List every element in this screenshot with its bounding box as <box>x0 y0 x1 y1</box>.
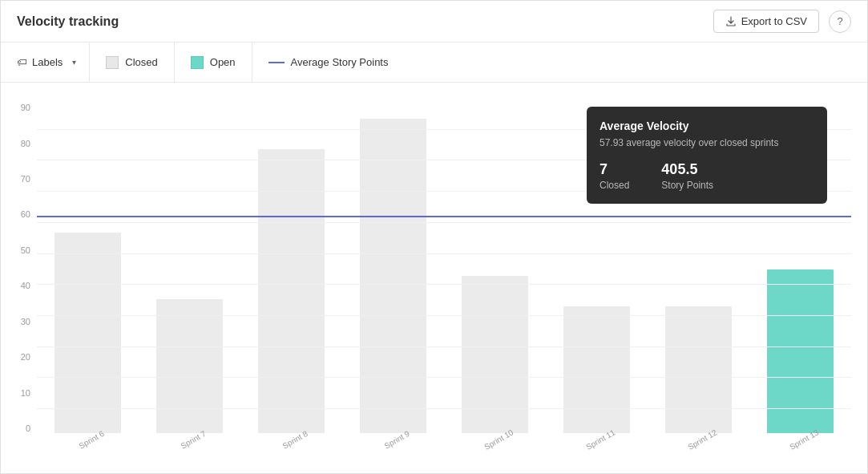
bar-group <box>240 99 342 433</box>
app-container: Velocity tracking Export to CSV ? 🏷 Labe… <box>0 0 868 474</box>
y-label-20: 20 <box>9 352 37 362</box>
bar[interactable] <box>767 269 834 433</box>
chart-inner: Average Velocity 57.93 average velocity … <box>37 99 851 457</box>
avg-line-swatch <box>268 62 285 63</box>
y-label-70: 70 <box>9 174 37 184</box>
help-button[interactable]: ? <box>829 10 851 33</box>
bar[interactable] <box>156 299 223 433</box>
velocity-tooltip: Average Velocity 57.93 average velocity … <box>587 107 827 204</box>
tag-icon: 🏷 <box>17 56 27 68</box>
closed-swatch <box>106 56 119 69</box>
tooltip-title: Average Velocity <box>600 120 814 132</box>
legend-closed: Closed <box>90 43 174 82</box>
tooltip-stat-points: 405.5 Story Points <box>661 161 713 191</box>
legend-avg: Average Story Points <box>252 43 405 82</box>
header-actions: Export to CSV ? <box>713 10 851 33</box>
tooltip-stat-closed: 7 Closed <box>600 161 629 191</box>
y-label-10: 10 <box>9 388 37 398</box>
page-title: Velocity tracking <box>17 14 119 29</box>
open-swatch <box>191 56 204 69</box>
x-axis: Sprint 6Sprint 7Sprint 8Sprint 9Sprint 1… <box>37 433 851 457</box>
legend-open: Open <box>175 43 252 82</box>
y-label-50: 50 <box>9 245 37 255</box>
bar[interactable] <box>55 233 121 433</box>
bar[interactable] <box>462 276 528 433</box>
bar[interactable] <box>360 119 426 433</box>
tooltip-closed-label: Closed <box>600 180 629 191</box>
bar[interactable] <box>665 306 732 433</box>
y-label-0: 0 <box>9 423 37 433</box>
bar-group <box>37 99 139 433</box>
tooltip-points-label: Story Points <box>661 180 713 191</box>
bar[interactable] <box>258 149 325 433</box>
y-label-40: 40 <box>9 281 37 290</box>
question-icon: ? <box>837 15 842 27</box>
tooltip-stats: 7 Closed 405.5 Story Points <box>600 161 814 191</box>
bar[interactable] <box>563 306 630 433</box>
labels-dropdown[interactable]: 🏷 Labels ▾ <box>17 43 90 82</box>
bar-group <box>342 99 444 433</box>
chart-canvas: Average Velocity 57.93 average velocity … <box>37 99 851 433</box>
chart-area: 0 10 20 30 40 50 60 70 80 90 Average V <box>1 83 867 473</box>
y-label-30: 30 <box>9 317 37 326</box>
bar-group <box>444 99 546 433</box>
legend-bar: 🏷 Labels ▾ Closed Open Average Story Poi… <box>1 43 867 83</box>
chevron-down-icon: ▾ <box>72 58 76 67</box>
y-label-60: 60 <box>9 209 37 219</box>
y-label-80: 80 <box>9 139 37 148</box>
header: Velocity tracking Export to CSV ? <box>1 1 867 43</box>
bar-group <box>139 99 240 433</box>
export-icon <box>725 16 737 27</box>
export-button[interactable]: Export to CSV <box>713 10 819 33</box>
tooltip-points-value: 405.5 <box>661 161 713 178</box>
tooltip-closed-value: 7 <box>600 161 629 178</box>
y-axis: 0 10 20 30 40 50 60 70 80 90 <box>9 99 37 457</box>
y-label-90: 90 <box>9 103 37 112</box>
tooltip-subtitle: 57.93 average velocity over closed sprin… <box>600 137 814 148</box>
